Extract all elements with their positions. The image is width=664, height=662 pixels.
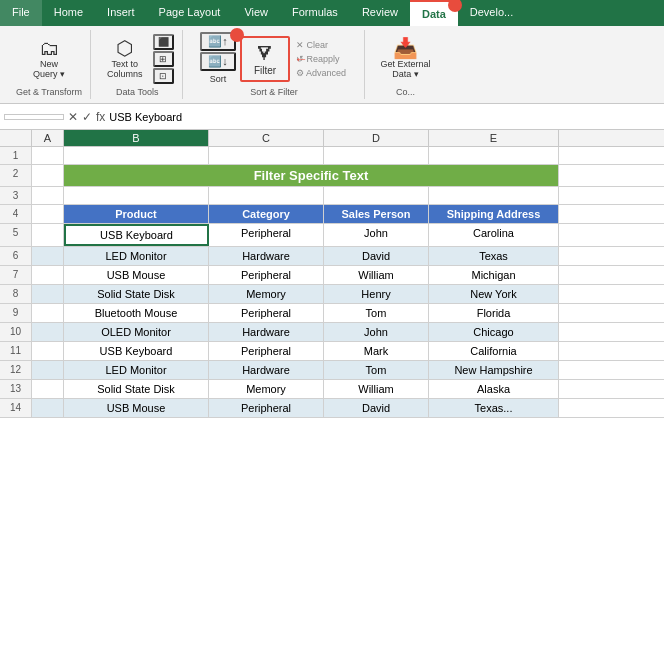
formula-input[interactable] (109, 111, 660, 123)
tab-review[interactable]: Review (350, 0, 410, 26)
col-header-c[interactable]: C (209, 130, 324, 146)
advanced-button[interactable]: ⚙ Advanced (294, 67, 348, 79)
tab-formulas[interactable]: Formulas (280, 0, 350, 26)
header-shipping-address[interactable]: Shipping Address (429, 205, 559, 223)
relationships-button[interactable]: ⊡ (153, 68, 174, 84)
cell-c14[interactable]: Peripheral (209, 399, 324, 417)
cell-d5[interactable]: John (324, 224, 429, 246)
row-num-1: 1 (0, 147, 32, 164)
cell-c10[interactable]: Hardware (209, 323, 324, 341)
formula-bar: ✕ ✓ fx (0, 104, 664, 130)
cell-e1[interactable] (429, 147, 559, 164)
cell-c6[interactable]: Hardware (209, 247, 324, 265)
row-9: 9 Bluetooth Mouse Peripheral Tom Florida (0, 304, 664, 323)
cell-b11[interactable]: USB Keyboard (64, 342, 209, 360)
cell-e5[interactable]: Carolina (429, 224, 559, 246)
cell-a13[interactable] (32, 380, 64, 398)
cell-d9[interactable]: Tom (324, 304, 429, 322)
col-header-b[interactable]: B (64, 130, 209, 146)
cell-d8[interactable]: Henry (324, 285, 429, 303)
confirm-formula-icon[interactable]: ✓ (82, 110, 92, 124)
data-validation-button[interactable]: ⬛ (153, 34, 174, 50)
cell-c11[interactable]: Peripheral (209, 342, 324, 360)
col-header-e[interactable]: E (429, 130, 559, 146)
cell-a4[interactable] (32, 205, 64, 223)
tab-developer[interactable]: Develo... (458, 0, 525, 26)
cell-e13[interactable]: Alaska (429, 380, 559, 398)
sort-button[interactable]: Sort (200, 72, 236, 85)
cell-a14[interactable] (32, 399, 64, 417)
sort-za-button[interactable]: 🔤↓ (200, 52, 236, 71)
consolidate-button[interactable]: ⊞ (153, 51, 174, 67)
cell-e12[interactable]: New Hampshire (429, 361, 559, 379)
cell-a6[interactable] (32, 247, 64, 265)
cell-e14[interactable]: Texas... (429, 399, 559, 417)
cell-b12[interactable]: LED Monitor (64, 361, 209, 379)
tab-file[interactable]: File (0, 0, 42, 26)
cell-a5[interactable] (32, 224, 64, 246)
cell-b3[interactable] (64, 187, 209, 204)
cell-a9[interactable] (32, 304, 64, 322)
header-category[interactable]: Category (209, 205, 324, 223)
cell-c3[interactable] (209, 187, 324, 204)
new-query-button[interactable]: 🗂 NewQuery ▾ (27, 36, 71, 81)
tab-insert[interactable]: Insert (95, 0, 147, 26)
cell-b6[interactable]: LED Monitor (64, 247, 209, 265)
cell-c8[interactable]: Memory (209, 285, 324, 303)
tab-home[interactable]: Home (42, 0, 95, 26)
cell-c13[interactable]: Memory (209, 380, 324, 398)
col-header-d[interactable]: D (324, 130, 429, 146)
cell-b13[interactable]: Solid State Disk (64, 380, 209, 398)
cell-b2-title[interactable]: Filter Specific Text (64, 165, 559, 186)
cell-a10[interactable] (32, 323, 64, 341)
cell-a8[interactable] (32, 285, 64, 303)
cell-b9[interactable]: Bluetooth Mouse (64, 304, 209, 322)
cell-c1[interactable] (209, 147, 324, 164)
cell-e8[interactable]: New York (429, 285, 559, 303)
cell-b14[interactable]: USB Mouse (64, 399, 209, 417)
cell-a7[interactable] (32, 266, 64, 284)
cell-c5[interactable]: Peripheral (209, 224, 324, 246)
cell-e6[interactable]: Texas (429, 247, 559, 265)
cell-c7[interactable]: Peripheral (209, 266, 324, 284)
tab-view[interactable]: View (232, 0, 280, 26)
cell-e3[interactable] (429, 187, 559, 204)
clear-button[interactable]: ✕ Clear (294, 39, 348, 51)
cell-d11[interactable]: Mark (324, 342, 429, 360)
col-header-a[interactable]: A (32, 130, 64, 146)
cell-e9[interactable]: Florida (429, 304, 559, 322)
filter-button[interactable]: ⛛ Filter (240, 36, 290, 82)
cell-d12[interactable]: Tom (324, 361, 429, 379)
cell-d1[interactable] (324, 147, 429, 164)
cell-d7[interactable]: William (324, 266, 429, 284)
cell-b1[interactable] (64, 147, 209, 164)
cell-d6[interactable]: David (324, 247, 429, 265)
cell-a11[interactable] (32, 342, 64, 360)
cell-a1[interactable] (32, 147, 64, 164)
cell-d10[interactable]: John (324, 323, 429, 341)
header-sales-person[interactable]: Sales Person (324, 205, 429, 223)
cell-a2[interactable] (32, 165, 64, 186)
cell-b7[interactable]: USB Mouse (64, 266, 209, 284)
cell-b5[interactable]: USB Keyboard (64, 224, 209, 246)
header-product[interactable]: Product (64, 205, 209, 223)
tab-page-layout[interactable]: Page Layout (147, 0, 233, 26)
get-external-data-button[interactable]: 📥 Get ExternalData ▾ (375, 36, 437, 81)
cell-d14[interactable]: David (324, 399, 429, 417)
cell-a3[interactable] (32, 187, 64, 204)
cell-e11[interactable]: California (429, 342, 559, 360)
cell-e10[interactable]: Chicago (429, 323, 559, 341)
row-6: 6 LED Monitor Hardware David Texas (0, 247, 664, 266)
cell-e7[interactable]: Michigan (429, 266, 559, 284)
tab-data[interactable]: Data (410, 0, 458, 26)
cell-b8[interactable]: Solid State Disk (64, 285, 209, 303)
cell-c12[interactable]: Hardware (209, 361, 324, 379)
cell-d3[interactable] (324, 187, 429, 204)
cell-a12[interactable] (32, 361, 64, 379)
cell-d13[interactable]: William (324, 380, 429, 398)
cell-b10[interactable]: OLED Monitor (64, 323, 209, 341)
cancel-formula-icon[interactable]: ✕ (68, 110, 78, 124)
text-to-columns-button[interactable]: ⬡ Text toColumns (101, 36, 149, 81)
cell-c9[interactable]: Peripheral (209, 304, 324, 322)
cell-reference-box[interactable] (4, 114, 64, 120)
